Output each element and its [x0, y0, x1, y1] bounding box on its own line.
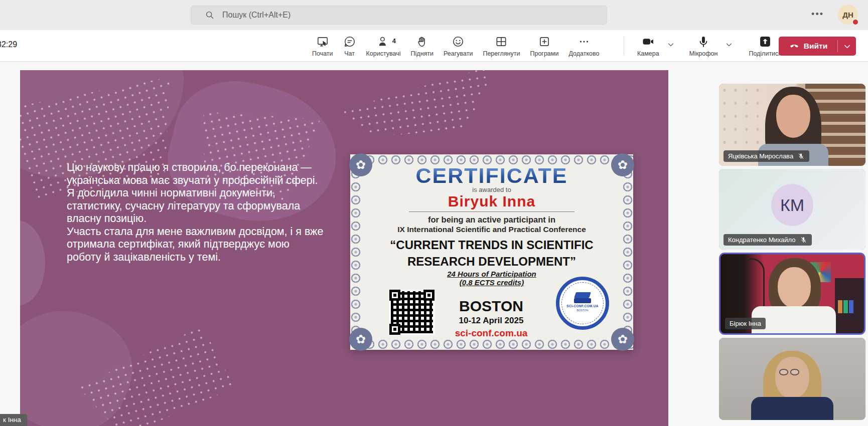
graduation-cap-icon: [574, 298, 591, 303]
chat-icon: [343, 34, 356, 49]
certificate-subtitle: is awarded to: [363, 186, 620, 193]
mic-muted-icon: [800, 236, 807, 244]
chat-button[interactable]: Чат: [338, 33, 361, 58]
microphone-button[interactable]: Мікрофон: [684, 33, 723, 58]
raise-hand-icon: [415, 34, 428, 49]
slide-paragraph-1: Цю наукову працю я створила, бо перекона…: [67, 161, 325, 226]
leave-button-label: Вийти: [804, 42, 827, 51]
title-bar: Пошук (Ctrl+Alt+E) ••• ДН: [0, 0, 868, 30]
raise-hand-button[interactable]: Підняти: [406, 33, 439, 58]
slide-decor-dots: [338, 70, 505, 146]
participant-nameplate: Бірюк Інна: [725, 318, 766, 329]
conference-seal: SCI-CONF.COM.UA BOSTON: [556, 277, 609, 330]
certificate-corner-rosette: ✿: [349, 328, 372, 351]
qr-code: [389, 290, 435, 335]
certificate-conference-line2: RESEARCH DEVELOPMENT”: [407, 255, 576, 268]
slide-body-text: Цю наукову працю я створила, бо перекона…: [67, 161, 325, 264]
bookshelf-background: [835, 278, 864, 335]
certificate-title: CERTIFICATE: [363, 163, 620, 187]
slide-paragraph-2: Участь стала для мене важливим досвідом,…: [67, 226, 325, 264]
camera-button[interactable]: Камера: [632, 33, 664, 58]
leave-options-chevron[interactable]: [838, 43, 856, 50]
certificate-participant-line2: IX International Scientific and Practica…: [363, 225, 620, 234]
certificate-awardee: Biryuk Inna: [363, 193, 620, 209]
hangup-icon: [789, 40, 800, 53]
screenshare-icon: [316, 34, 329, 49]
certificate-conference-line1: “CURRENT TRENDS IN SCIENTIFIC: [390, 238, 593, 252]
certificate-participant-line1: for being an active participant in: [363, 215, 620, 225]
slide-decor-blob: [20, 221, 45, 306]
search-placeholder: Пошук (Ctrl+Alt+E): [222, 11, 291, 20]
participants-count: 4: [392, 37, 396, 45]
presence-busy-indicator: [852, 19, 859, 26]
certificate-website: sci-conf.com.ua: [439, 328, 544, 339]
apps-button[interactable]: Програми: [525, 33, 563, 58]
view-button[interactable]: Переглянути: [478, 33, 525, 58]
people-icon: 4: [377, 34, 390, 49]
toolbar-divider: [624, 36, 624, 55]
participants-button[interactable]: 4 Користувачі: [361, 33, 406, 58]
participant-nameplate: Кондратенко Михайло: [724, 234, 812, 246]
start-presenting-button[interactable]: Почати: [307, 33, 338, 58]
search-icon: [205, 11, 214, 20]
certificate-corner-rosette: ✿: [611, 328, 634, 351]
avatar-initials: ДН: [842, 11, 853, 19]
settings-more-button[interactable]: •••: [811, 9, 824, 20]
shared-presentation-slide: Цю наукову працю я створила, бо перекона…: [20, 70, 668, 426]
more-icon: [577, 34, 591, 49]
participant-nameplate: Яцківська Мирослава: [724, 150, 809, 162]
react-icon: [452, 34, 465, 49]
more-options-button[interactable]: Додатково: [563, 33, 604, 58]
meeting-toolbar: 32:29 Почати Чат 4 Користувачі Піднят: [0, 30, 868, 62]
microphone-icon: [696, 34, 710, 49]
gallery-view-icon: [495, 34, 508, 49]
meeting-timer: 32:29: [0, 40, 17, 49]
participant-tile-2[interactable]: КМ Кондратенко Михайло: [719, 169, 865, 250]
mic-muted-icon: [797, 152, 805, 160]
participant-initials-avatar: КМ: [771, 184, 813, 226]
meeting-stage: Цю наукову працю я створила, бо перекона…: [0, 62, 868, 426]
participant-tile-4[interactable]: [719, 338, 865, 420]
avatar[interactable]: ДН: [838, 5, 858, 25]
participant-tile-3-active-speaker[interactable]: Бірюк Інна: [719, 253, 865, 335]
react-button[interactable]: Реагувати: [439, 33, 478, 58]
certificate-dates: 10-12 April 2025: [439, 316, 544, 326]
microphone-options-chevron[interactable]: [722, 37, 736, 52]
certificate-image: ✿ ✿ ✿ ✿ CERTIFICATE is awarded to Biryuk…: [350, 154, 633, 350]
search-input[interactable]: Пошук (Ctrl+Alt+E): [191, 6, 607, 25]
presenter-corner-label: к Інна: [0, 414, 27, 426]
participant-tile-1[interactable]: Яцківська Мирослава: [719, 84, 865, 166]
camera-options-chevron[interactable]: [664, 37, 677, 52]
certificate-corner-rosette: ✿: [349, 153, 372, 176]
camera-icon: [641, 34, 655, 49]
share-screen-icon: [758, 34, 772, 49]
certificate-corner-rosette: ✿: [611, 153, 634, 176]
leave-button[interactable]: Вийти: [779, 37, 856, 56]
certificate-city: BOSTON: [439, 298, 544, 315]
apps-icon: [538, 34, 551, 49]
